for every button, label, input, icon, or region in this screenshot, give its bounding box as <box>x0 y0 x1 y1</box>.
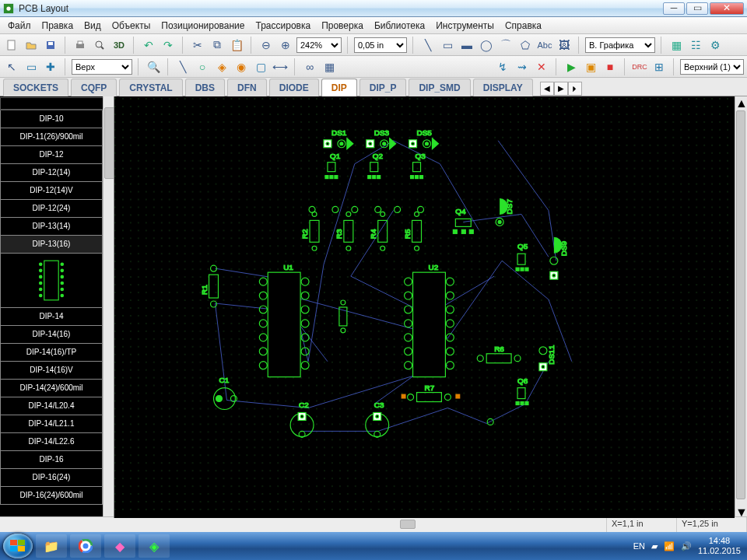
arc-tool[interactable]: ⌒ <box>497 37 514 54</box>
circle-tool[interactable]: ◯ <box>478 37 495 54</box>
component-item[interactable]: DIP-12(14)V <box>0 182 103 200</box>
component-item[interactable]: DIP-12(24) <box>0 200 103 218</box>
tab-dip-smd[interactable]: DIP_SMD <box>409 79 470 96</box>
polygon-tool[interactable]: ⬠ <box>517 37 534 54</box>
menu-file[interactable]: Файл <box>3 19 36 33</box>
component-item[interactable]: DIP-13(14) <box>0 218 103 236</box>
menu-placement[interactable]: Позиционирование <box>156 19 249 33</box>
component-item[interactable]: DIP-16 <box>0 451 103 469</box>
netcheck-button[interactable]: ⊞ <box>651 58 668 75</box>
grid-tool[interactable]: ▦ <box>321 58 338 75</box>
dim-tool[interactable]: ⟷ <box>272 58 289 75</box>
component-item[interactable]: DIP-12 <box>0 146 103 164</box>
component-item[interactable]: DIP-13(16) <box>0 236 103 254</box>
grid-select[interactable]: 0,05 in <box>354 37 407 53</box>
zoomin-button[interactable]: ⊕ <box>277 37 294 54</box>
measure-tool[interactable]: ▭ <box>23 58 40 75</box>
tab-scroll-right[interactable]: ▶ <box>554 82 568 96</box>
zoomout-button[interactable]: ⊖ <box>258 37 275 54</box>
lang-indicator[interactable]: EN <box>633 541 645 551</box>
find-button[interactable]: 🔍 <box>145 58 162 75</box>
component-item[interactable]: DIP-10 <box>0 110 103 128</box>
step-button[interactable]: ▣ <box>582 58 599 75</box>
zoom-select[interactable]: 242% <box>296 37 342 53</box>
view3d-button[interactable]: 3D <box>110 37 128 54</box>
tab-diode[interactable]: DIODE <box>269 79 319 96</box>
component-item[interactable]: DIP-16(24) <box>0 469 103 487</box>
tab-dbs[interactable]: DBS <box>185 79 225 96</box>
start-button[interactable] <box>3 534 33 558</box>
task-explorer[interactable]: 📁 <box>36 534 67 558</box>
tab-display[interactable]: DISPLAY <box>473 79 533 96</box>
tray-volume-icon[interactable]: 🔊 <box>681 541 692 551</box>
display-layer-select[interactable]: В. Графика <box>585 37 655 53</box>
image-tool[interactable]: 🖼 <box>556 37 573 54</box>
ratsnest-tool[interactable]: ∞ <box>301 58 318 75</box>
preview-button[interactable] <box>91 37 108 54</box>
clock[interactable]: 14:48 11.02.2015 <box>698 536 744 556</box>
tab-dip[interactable]: DIP <box>321 79 357 96</box>
menu-objects[interactable]: Объекты <box>107 19 156 33</box>
component-item[interactable]: DIP-11(26)/900mil <box>0 128 103 146</box>
paste-button[interactable]: 📋 <box>228 37 245 54</box>
tab-cqfp[interactable]: CQFP <box>71 79 117 96</box>
tab-scroll-left[interactable]: ◀ <box>540 82 554 96</box>
design-mgr-button[interactable]: ☷ <box>687 37 704 54</box>
tray-network-icon[interactable]: 📶 <box>664 541 675 551</box>
minimize-button[interactable]: ─ <box>663 2 685 15</box>
fill-tool[interactable]: ▢ <box>252 58 269 75</box>
menu-verify[interactable]: Проверка <box>317 19 368 33</box>
text-tool[interactable]: Abc <box>536 37 553 54</box>
maximize-button[interactable]: ▭ <box>686 2 708 15</box>
task-chrome[interactable] <box>70 534 101 558</box>
line-tool[interactable]: ╲ <box>419 37 437 54</box>
component-item[interactable]: DIP-14/L22.6 <box>0 433 103 451</box>
route-tool[interactable]: ↯ <box>494 58 511 75</box>
open-button[interactable] <box>23 37 40 54</box>
layers-button[interactable]: ▦ <box>668 37 685 54</box>
component-item[interactable]: DIP-14(16)V <box>0 362 103 380</box>
component-search-input[interactable] <box>0 97 103 110</box>
menu-tools[interactable]: Инструменты <box>431 19 499 33</box>
menu-library[interactable]: Библиотека <box>370 19 430 33</box>
tab-sockets[interactable]: SOCKETS <box>3 79 68 96</box>
stop-button[interactable]: ■ <box>601 58 619 75</box>
component-item[interactable]: DIP-16(24)/600mil <box>0 487 103 505</box>
task-pcb[interactable]: ◈ <box>139 534 170 558</box>
close-button[interactable]: ✕ <box>710 2 744 15</box>
menu-edit[interactable]: Правка <box>37 19 79 33</box>
menu-route[interactable]: Трассировка <box>251 19 316 33</box>
new-button[interactable] <box>3 37 20 54</box>
filledrect-tool[interactable]: ▬ <box>458 37 475 54</box>
tab-dfn[interactable]: DFN <box>227 79 267 96</box>
task-app1[interactable]: ◆ <box>104 534 135 558</box>
rect-tool[interactable]: ▭ <box>439 37 456 54</box>
component-item[interactable]: DIP-12(14) <box>0 164 103 182</box>
properties-button[interactable]: ⚙ <box>707 37 724 54</box>
menu-view[interactable]: Вид <box>79 19 106 33</box>
component-item[interactable]: DIP-14(16)/TP <box>0 344 103 362</box>
side-select[interactable]: Верхний (1) <box>680 59 744 75</box>
component-item[interactable]: DIP-14/L21.1 <box>0 415 103 433</box>
component-item[interactable]: DIP-14(24)/600mil <box>0 380 103 397</box>
origin-tool[interactable]: ✚ <box>42 58 59 75</box>
tab-scroll-end[interactable]: ⏵ <box>568 82 582 96</box>
menu-help[interactable]: Справка <box>500 19 546 33</box>
component-list-scrollbar[interactable] <box>103 96 114 516</box>
layer-select[interactable]: Верх <box>72 59 132 75</box>
component-item[interactable]: DIP-14(16) <box>0 326 103 344</box>
via-tool[interactable]: ◈ <box>213 58 230 75</box>
cut-button[interactable]: ✂ <box>189 37 206 54</box>
print-button[interactable] <box>72 37 89 54</box>
component-item[interactable]: DIP-14/L20.4 <box>0 397 103 415</box>
tab-dip-p[interactable]: DIP_P <box>359 79 407 96</box>
component-item[interactable]: DIP-14 <box>0 308 103 326</box>
tray-flag-icon[interactable]: ▰ <box>651 541 658 551</box>
track-tool[interactable]: ╲ <box>174 58 191 75</box>
undo-button[interactable]: ↶ <box>140 37 157 54</box>
unroute-tool[interactable]: ✕ <box>533 58 550 75</box>
tab-crystal[interactable]: CRYSTAL <box>119 79 182 96</box>
redo-button[interactable]: ↷ <box>160 37 177 54</box>
canvas-vscrollbar[interactable]: ▲▼ <box>735 96 747 518</box>
hole-tool[interactable]: ◉ <box>233 58 250 75</box>
